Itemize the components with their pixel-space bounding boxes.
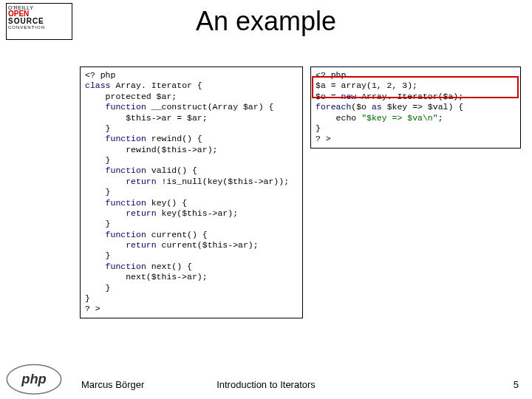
- cl-l22: }: [85, 293, 90, 303]
- cl-l4a: function: [85, 102, 146, 112]
- cl-l2b: Array. Iterator {: [111, 81, 202, 90]
- cl-l15: }: [85, 219, 111, 228]
- cl-l19a: function: [85, 262, 146, 271]
- code-block-right: <? php $a = array(1, 2, 3); $o = new Arr…: [310, 66, 521, 149]
- footer-title: Introduction to Iterators: [0, 379, 532, 390]
- cl-l10b: valid() {: [146, 166, 197, 175]
- cr-r4b: ($o: [351, 102, 372, 112]
- cl-l1: <? php: [85, 70, 115, 80]
- cl-l20: next($this->ar);: [85, 272, 208, 282]
- cl-l2a: class: [85, 81, 111, 90]
- cr-r3b: new: [341, 92, 357, 101]
- cl-l6: }: [85, 123, 111, 133]
- slide: O'REILLY OPEN SOURCE CONVENTION An examp…: [0, 0, 532, 399]
- cr-r2: $a = array(1, 2, 3);: [316, 81, 417, 90]
- cl-l10a: function: [85, 166, 146, 175]
- cl-l7a: function: [85, 134, 146, 143]
- code-block-left: <? php class Array. Iterator { protected…: [80, 66, 303, 318]
- cl-l9: }: [85, 155, 111, 165]
- cr-r4d: $key => $val) {: [382, 102, 463, 112]
- cl-l8: rewind($this->ar);: [85, 145, 217, 154]
- cl-l7b: rewind() {: [146, 134, 202, 143]
- cl-l3: protected $ar;: [85, 92, 177, 101]
- cl-l18: }: [85, 250, 111, 260]
- cl-l17a: return: [85, 240, 157, 250]
- cr-r1: <? php: [316, 70, 346, 80]
- cl-l11b: !is_null(key($this->ar));: [157, 177, 289, 186]
- cr-r5a: echo: [316, 113, 361, 123]
- cl-l5: $this->ar = $ar;: [85, 113, 208, 123]
- cl-l14b: key($this->ar);: [157, 208, 238, 218]
- cr-r4a: foreach: [316, 102, 351, 112]
- cl-l14a: return: [85, 208, 157, 218]
- slide-title: An example: [0, 6, 532, 37]
- cl-l13a: function: [85, 198, 146, 208]
- cl-l19b: next() {: [146, 262, 192, 271]
- cl-l13b: key() {: [146, 198, 187, 208]
- cl-l4b: __construct(Array $ar) {: [146, 102, 274, 112]
- page-number: 5: [514, 379, 519, 390]
- cr-r7: ? >: [316, 134, 331, 143]
- cr-r5b: "$key => $va\n": [361, 113, 438, 123]
- cl-l11a: return: [85, 177, 157, 186]
- cr-r3c: Array. Iterator($a);: [356, 92, 463, 101]
- cr-r6: }: [316, 123, 321, 133]
- cl-l12: }: [85, 187, 111, 197]
- cr-r3a: $o =: [316, 92, 341, 101]
- cl-l21: }: [85, 283, 111, 293]
- cl-l16b: current() {: [146, 230, 208, 239]
- cl-l16a: function: [85, 230, 146, 239]
- cr-r5c: ;: [438, 113, 443, 123]
- cr-r4c: as: [372, 102, 382, 112]
- cl-l23: ? >: [85, 304, 100, 313]
- cl-l17b: current($this->ar);: [157, 240, 259, 250]
